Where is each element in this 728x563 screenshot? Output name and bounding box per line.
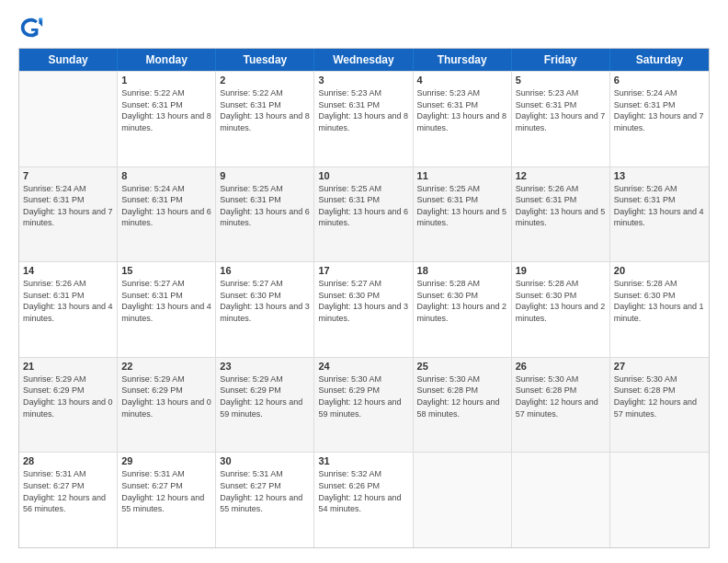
day-cell-17: 17Sunrise: 5:27 AM Sunset: 6:30 PM Dayli… [314,262,413,357]
page: SundayMondayTuesdayWednesdayThursdayFrid… [0,0,728,563]
calendar-week-2: 7Sunrise: 5:24 AM Sunset: 6:31 PM Daylig… [19,167,709,262]
header-day-tuesday: Tuesday [216,49,314,71]
day-number: 22 [121,361,211,372]
header-day-monday: Monday [118,49,216,71]
day-cell-6: 6Sunrise: 5:24 AM Sunset: 6:31 PM Daylig… [610,72,709,167]
day-info: Sunrise: 5:24 AM Sunset: 6:31 PM Dayligh… [614,87,705,133]
day-info: Sunrise: 5:30 AM Sunset: 6:29 PM Dayligh… [318,373,408,419]
day-number: 24 [318,361,408,372]
day-info: Sunrise: 5:31 AM Sunset: 6:27 PM Dayligh… [23,468,113,514]
empty-cell [610,453,709,547]
day-number: 31 [318,455,408,466]
day-number: 18 [417,265,507,276]
day-cell-16: 16Sunrise: 5:27 AM Sunset: 6:30 PM Dayli… [216,262,314,357]
day-info: Sunrise: 5:29 AM Sunset: 6:29 PM Dayligh… [220,373,310,419]
day-cell-24: 24Sunrise: 5:30 AM Sunset: 6:29 PM Dayli… [314,358,413,453]
day-info: Sunrise: 5:31 AM Sunset: 6:27 PM Dayligh… [220,468,310,514]
day-info: Sunrise: 5:23 AM Sunset: 6:31 PM Dayligh… [516,87,606,133]
day-cell-1: 1Sunrise: 5:22 AM Sunset: 6:31 PM Daylig… [118,72,216,167]
day-number: 11 [417,170,507,181]
day-number: 14 [23,265,113,276]
day-cell-29: 29Sunrise: 5:31 AM Sunset: 6:27 PM Dayli… [118,453,216,547]
day-number: 28 [23,455,113,466]
day-cell-19: 19Sunrise: 5:28 AM Sunset: 6:30 PM Dayli… [512,262,610,357]
day-info: Sunrise: 5:30 AM Sunset: 6:28 PM Dayligh… [516,373,606,419]
day-number: 19 [516,265,606,276]
day-info: Sunrise: 5:26 AM Sunset: 6:31 PM Dayligh… [614,183,705,229]
header-day-friday: Friday [512,49,610,71]
day-info: Sunrise: 5:24 AM Sunset: 6:31 PM Dayligh… [23,183,113,229]
calendar-header: SundayMondayTuesdayWednesdayThursdayFrid… [19,49,709,71]
day-cell-8: 8Sunrise: 5:24 AM Sunset: 6:31 PM Daylig… [118,167,216,262]
logo-icon [18,15,44,40]
day-cell-11: 11Sunrise: 5:25 AM Sunset: 6:31 PM Dayli… [414,167,512,262]
day-info: Sunrise: 5:32 AM Sunset: 6:26 PM Dayligh… [318,468,408,514]
day-info: Sunrise: 5:30 AM Sunset: 6:28 PM Dayligh… [417,373,507,419]
day-info: Sunrise: 5:25 AM Sunset: 6:31 PM Dayligh… [318,183,408,229]
day-number: 2 [220,75,310,86]
day-cell-25: 25Sunrise: 5:30 AM Sunset: 6:28 PM Dayli… [414,358,512,453]
calendar-week-5: 28Sunrise: 5:31 AM Sunset: 6:27 PM Dayli… [19,452,709,547]
day-number: 12 [516,170,606,181]
day-cell-3: 3Sunrise: 5:23 AM Sunset: 6:31 PM Daylig… [314,72,413,167]
day-cell-22: 22Sunrise: 5:29 AM Sunset: 6:29 PM Dayli… [118,358,216,453]
header [18,15,710,40]
day-number: 15 [121,265,211,276]
day-cell-12: 12Sunrise: 5:26 AM Sunset: 6:31 PM Dayli… [512,167,610,262]
day-cell-26: 26Sunrise: 5:30 AM Sunset: 6:28 PM Dayli… [512,358,610,453]
day-number: 17 [318,265,408,276]
day-cell-31: 31Sunrise: 5:32 AM Sunset: 6:26 PM Dayli… [314,453,413,547]
day-cell-23: 23Sunrise: 5:29 AM Sunset: 6:29 PM Dayli… [216,358,314,453]
day-info: Sunrise: 5:23 AM Sunset: 6:31 PM Dayligh… [417,87,507,133]
calendar: SundayMondayTuesdayWednesdayThursdayFrid… [18,48,710,548]
day-info: Sunrise: 5:25 AM Sunset: 6:31 PM Dayligh… [417,183,507,229]
day-info: Sunrise: 5:31 AM Sunset: 6:27 PM Dayligh… [121,468,211,514]
day-cell-27: 27Sunrise: 5:30 AM Sunset: 6:28 PM Dayli… [610,358,709,453]
empty-cell [512,453,610,547]
day-number: 7 [23,170,113,181]
day-info: Sunrise: 5:27 AM Sunset: 6:30 PM Dayligh… [220,278,310,324]
header-day-wednesday: Wednesday [314,49,413,71]
day-cell-10: 10Sunrise: 5:25 AM Sunset: 6:31 PM Dayli… [314,167,413,262]
day-info: Sunrise: 5:22 AM Sunset: 6:31 PM Dayligh… [121,87,211,133]
day-cell-2: 2Sunrise: 5:22 AM Sunset: 6:31 PM Daylig… [216,72,314,167]
day-cell-9: 9Sunrise: 5:25 AM Sunset: 6:31 PM Daylig… [216,167,314,262]
empty-cell [414,453,512,547]
day-number: 23 [220,361,310,372]
day-cell-30: 30Sunrise: 5:31 AM Sunset: 6:27 PM Dayli… [216,453,314,547]
day-number: 21 [23,361,113,372]
day-info: Sunrise: 5:27 AM Sunset: 6:31 PM Dayligh… [121,278,211,324]
day-cell-18: 18Sunrise: 5:28 AM Sunset: 6:30 PM Dayli… [414,262,512,357]
day-info: Sunrise: 5:26 AM Sunset: 6:31 PM Dayligh… [23,278,113,324]
calendar-body: 1Sunrise: 5:22 AM Sunset: 6:31 PM Daylig… [19,71,709,547]
day-cell-5: 5Sunrise: 5:23 AM Sunset: 6:31 PM Daylig… [512,72,610,167]
day-info: Sunrise: 5:30 AM Sunset: 6:28 PM Dayligh… [614,373,705,419]
day-number: 26 [516,361,606,372]
day-number: 27 [614,361,705,372]
day-number: 5 [516,75,606,86]
day-number: 8 [121,170,211,181]
day-number: 3 [318,75,408,86]
calendar-week-4: 21Sunrise: 5:29 AM Sunset: 6:29 PM Dayli… [19,357,709,453]
day-cell-28: 28Sunrise: 5:31 AM Sunset: 6:27 PM Dayli… [19,453,118,547]
day-info: Sunrise: 5:25 AM Sunset: 6:31 PM Dayligh… [220,183,310,229]
day-cell-15: 15Sunrise: 5:27 AM Sunset: 6:31 PM Dayli… [118,262,216,357]
header-day-sunday: Sunday [19,49,118,71]
header-day-thursday: Thursday [414,49,512,71]
day-info: Sunrise: 5:27 AM Sunset: 6:30 PM Dayligh… [318,278,408,324]
day-info: Sunrise: 5:22 AM Sunset: 6:31 PM Dayligh… [220,87,310,133]
day-info: Sunrise: 5:28 AM Sunset: 6:30 PM Dayligh… [417,278,507,324]
header-day-saturday: Saturday [610,49,709,71]
day-number: 10 [318,170,408,181]
day-info: Sunrise: 5:24 AM Sunset: 6:31 PM Dayligh… [121,183,211,229]
day-info: Sunrise: 5:29 AM Sunset: 6:29 PM Dayligh… [23,373,113,419]
day-cell-14: 14Sunrise: 5:26 AM Sunset: 6:31 PM Dayli… [19,262,118,357]
day-number: 30 [220,455,310,466]
day-number: 16 [220,265,310,276]
day-number: 1 [121,75,211,86]
day-info: Sunrise: 5:26 AM Sunset: 6:31 PM Dayligh… [516,183,606,229]
day-info: Sunrise: 5:28 AM Sunset: 6:30 PM Dayligh… [516,278,606,324]
calendar-week-1: 1Sunrise: 5:22 AM Sunset: 6:31 PM Daylig… [19,71,709,167]
day-info: Sunrise: 5:23 AM Sunset: 6:31 PM Dayligh… [318,87,408,133]
day-cell-13: 13Sunrise: 5:26 AM Sunset: 6:31 PM Dayli… [610,167,709,262]
